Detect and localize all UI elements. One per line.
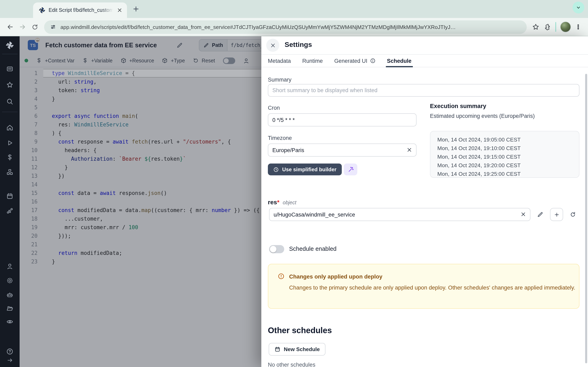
back-button[interactable] bbox=[4, 21, 16, 33]
extensions-puzzle-icon[interactable] bbox=[541, 21, 553, 33]
ai-wand-button[interactable] bbox=[344, 164, 357, 175]
timezone-input[interactable] bbox=[268, 143, 416, 157]
res-resource-input[interactable] bbox=[269, 208, 530, 221]
browser-tab[interactable]: Edit Script f/bd/fetch_custom bbox=[33, 2, 127, 18]
sidebar-item-home[interactable] bbox=[2, 122, 17, 133]
summary-input[interactable] bbox=[268, 84, 579, 97]
schedule-event: Mon, 14 Oct 2024, 19:10:00 CEST bbox=[437, 144, 579, 152]
cron-input[interactable] bbox=[268, 113, 416, 126]
warning-title: Changes only applied upon deploy bbox=[289, 274, 382, 280]
sidebar-item-resources[interactable] bbox=[2, 166, 17, 178]
windmill-app: TS Fetch customer data from EE service P… bbox=[0, 36, 588, 367]
timezone-label: Timezone bbox=[268, 135, 292, 141]
clear-resource-icon[interactable] bbox=[520, 211, 527, 218]
close-settings-button[interactable] bbox=[266, 39, 279, 52]
profile-avatar[interactable] bbox=[560, 22, 571, 32]
res-field-label: res*object bbox=[268, 199, 296, 206]
bookmark-star-icon[interactable] bbox=[530, 21, 541, 33]
sidebar bbox=[0, 36, 20, 367]
sidebar-item-apps[interactable] bbox=[2, 63, 17, 75]
summary-label: Summary bbox=[268, 77, 292, 83]
warning-body: Changes to the primary schedule are only… bbox=[289, 284, 576, 292]
sidebar-item-workers-bot[interactable] bbox=[2, 289, 17, 300]
sidebar-item-users[interactable] bbox=[2, 261, 17, 272]
sidebar-divider bbox=[2, 112, 17, 112]
browser-menu-kebab-icon[interactable] bbox=[572, 21, 584, 33]
execution-summary-subtitle: Estimated upcoming events (Europe/Paris) bbox=[430, 113, 535, 119]
calendar-icon bbox=[274, 346, 281, 352]
info-icon bbox=[370, 58, 375, 64]
refresh-resource-button[interactable] bbox=[567, 209, 579, 220]
no-other-schedules-text: No other schedules bbox=[268, 362, 315, 367]
cron-label: Cron bbox=[268, 105, 280, 111]
new-tab-button[interactable] bbox=[132, 5, 140, 13]
schedule-event: Mon, 14 Oct 2024, 19:25:00 CEST bbox=[437, 170, 579, 178]
new-schedule-button[interactable]: New Schedule bbox=[269, 343, 325, 356]
expand-sidebar-arrow-icon[interactable] bbox=[2, 354, 17, 366]
forward-button[interactable] bbox=[16, 21, 29, 33]
toolbar-divider bbox=[555, 22, 556, 32]
sidebar-divider bbox=[2, 54, 17, 54]
settings-tabs: Metadata Runtime Generated UI Schedule bbox=[261, 54, 588, 67]
cron-field-wrap bbox=[268, 113, 416, 126]
sidebar-item-schedules[interactable] bbox=[2, 191, 17, 202]
tab-close-icon[interactable] bbox=[116, 7, 123, 13]
schedule-event: Mon, 14 Oct 2024, 19:15:00 CEST bbox=[437, 152, 579, 161]
sidebar-item-favorites[interactable] bbox=[2, 79, 17, 91]
screen: Edit Script f/bd/fetch_custom app.windmi… bbox=[0, 0, 588, 367]
browser-toolbar: app.windmill.dev/scripts/edit/f/bd/fetch… bbox=[0, 18, 588, 36]
add-resource-plus-button[interactable] bbox=[550, 208, 563, 221]
schedule-event: Mon, 14 Oct 2024, 19:05:00 CEST bbox=[437, 135, 579, 144]
schedule-enabled-toggle[interactable] bbox=[269, 245, 284, 253]
sidebar-item-runs[interactable] bbox=[2, 137, 17, 149]
tab-search-chevron-button[interactable] bbox=[572, 2, 584, 13]
use-simplified-builder-button[interactable]: Use simplified builder bbox=[268, 164, 342, 175]
res-field-wrap bbox=[269, 208, 530, 221]
clear-timezone-icon[interactable] bbox=[406, 147, 413, 153]
sidebar-item-folders[interactable] bbox=[2, 303, 17, 314]
site-settings-icon[interactable] bbox=[50, 24, 56, 30]
sidebar-item-search[interactable] bbox=[2, 96, 17, 107]
address-bar[interactable]: app.windmill.dev/scripts/edit/f/bd/fetch… bbox=[44, 20, 527, 34]
sidebar-item-flows[interactable] bbox=[2, 205, 17, 217]
alert-circle-icon bbox=[278, 273, 285, 280]
edit-resource-pencil-button[interactable] bbox=[535, 209, 545, 220]
browser-tab-strip: Edit Script f/bd/fetch_custom bbox=[0, 0, 588, 18]
settings-title: Settings bbox=[285, 41, 312, 49]
sidebar-item-settings-gear[interactable] bbox=[2, 275, 17, 286]
schedule-enabled-label: Schedule enabled bbox=[289, 245, 337, 252]
clock-icon bbox=[273, 167, 279, 172]
upcoming-events-box: Mon, 14 Oct 2024, 19:05:00 CESTMon, 14 O… bbox=[430, 131, 579, 178]
tab-metadata[interactable]: Metadata bbox=[268, 55, 291, 67]
tab-schedule[interactable]: Schedule bbox=[387, 55, 411, 67]
windmill-favicon-icon bbox=[39, 7, 45, 13]
other-schedules-title: Other schedules bbox=[268, 326, 332, 335]
settings-drawer: Settings Metadata Runtime Generated UI S… bbox=[261, 36, 588, 367]
schedule-event: Mon, 14 Oct 2024, 19:20:00 CEST bbox=[437, 161, 579, 170]
tab-runtime[interactable]: Runtime bbox=[302, 55, 323, 67]
summary-field-wrap bbox=[268, 84, 579, 97]
tab-generated-ui[interactable]: Generated UI bbox=[334, 55, 375, 67]
sidebar-item-variables[interactable] bbox=[2, 152, 17, 163]
reload-button[interactable] bbox=[29, 21, 41, 33]
execution-summary-title: Execution summary bbox=[430, 103, 486, 109]
wand-sparkles-icon bbox=[347, 166, 354, 173]
schedule-tab-panel: Summary Cron Timezone Use sim bbox=[261, 67, 588, 367]
timezone-field-wrap bbox=[268, 143, 416, 157]
drawer-scrollbar[interactable] bbox=[585, 74, 587, 363]
url-text: app.windmill.dev/scripts/edit/f/bd/fetch… bbox=[61, 24, 521, 30]
windmill-logo-icon[interactable] bbox=[2, 40, 17, 51]
tab-title: Edit Script f/bd/fetch_custom bbox=[49, 7, 113, 13]
sidebar-item-audit-logs-eye[interactable] bbox=[2, 316, 17, 327]
deploy-warning-banner: Changes only applied upon deploy Changes… bbox=[268, 264, 579, 309]
